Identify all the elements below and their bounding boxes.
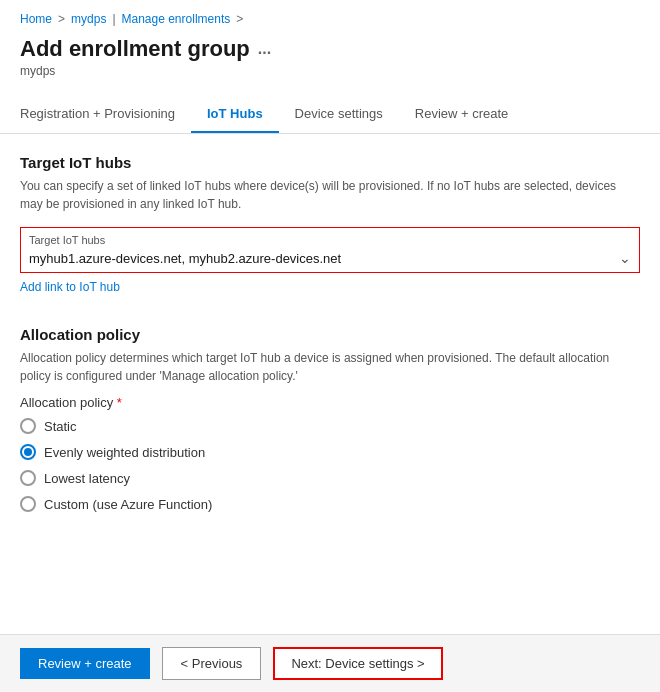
radio-custom[interactable]: Custom (use Azure Function) bbox=[20, 496, 640, 512]
radio-evenly-weighted[interactable]: Evenly weighted distribution bbox=[20, 444, 640, 460]
radio-lowest-latency[interactable]: Lowest latency bbox=[20, 470, 640, 486]
tab-iot-hubs[interactable]: IoT Hubs bbox=[191, 96, 279, 133]
page-title-text: Add enrollment group bbox=[20, 36, 250, 62]
target-iot-hubs-title: Target IoT hubs bbox=[20, 154, 640, 171]
tab-registration[interactable]: Registration + Provisioning bbox=[20, 96, 191, 133]
next-device-settings-button[interactable]: Next: Device settings > bbox=[273, 647, 442, 680]
tab-bar: Registration + Provisioning IoT Hubs Dev… bbox=[0, 96, 660, 134]
previous-button[interactable]: < Previous bbox=[162, 647, 262, 680]
target-iot-hubs-select[interactable]: myhub1.azure-devices.net, myhub2.azure-d… bbox=[29, 250, 631, 266]
footer: Review + create < Previous Next: Device … bbox=[0, 634, 660, 692]
target-iot-hubs-value: myhub1.azure-devices.net, myhub2.azure-d… bbox=[29, 251, 341, 266]
breadcrumb-manage[interactable]: Manage enrollments bbox=[122, 12, 231, 26]
page-subtitle: mydps bbox=[20, 64, 640, 78]
breadcrumb-home[interactable]: Home bbox=[20, 12, 52, 26]
required-marker: * bbox=[117, 395, 122, 410]
allocation-policy-section: Allocation policy Allocation policy dete… bbox=[20, 326, 640, 512]
radio-lowest-latency-circle bbox=[20, 470, 36, 486]
allocation-policy-desc: Allocation policy determines which targe… bbox=[20, 349, 640, 385]
radio-static-circle bbox=[20, 418, 36, 434]
radio-static-label: Static bbox=[44, 419, 77, 434]
radio-custom-circle bbox=[20, 496, 36, 512]
target-iot-hubs-field[interactable]: Target IoT hubs myhub1.azure-devices.net… bbox=[20, 227, 640, 273]
radio-static[interactable]: Static bbox=[20, 418, 640, 434]
chevron-down-icon: ⌄ bbox=[619, 250, 631, 266]
radio-evenly-weighted-circle bbox=[20, 444, 36, 460]
page-header: Add enrollment group ... mydps bbox=[0, 32, 660, 88]
main-content: Target IoT hubs You can specify a set of… bbox=[0, 134, 660, 532]
breadcrumb-sep3: > bbox=[236, 12, 243, 26]
breadcrumb-mydps[interactable]: mydps bbox=[71, 12, 106, 26]
radio-custom-label: Custom (use Azure Function) bbox=[44, 497, 212, 512]
page-title-ellipsis[interactable]: ... bbox=[258, 40, 271, 58]
add-link-iot-hub[interactable]: Add link to IoT hub bbox=[20, 280, 120, 294]
allocation-policy-title: Allocation policy bbox=[20, 326, 640, 343]
breadcrumb: Home > mydps | Manage enrollments > bbox=[0, 0, 660, 32]
breadcrumb-sep1: > bbox=[58, 12, 65, 26]
breadcrumb-sep2: | bbox=[112, 12, 115, 26]
target-iot-hubs-field-label: Target IoT hubs bbox=[29, 234, 631, 246]
tab-review-create[interactable]: Review + create bbox=[399, 96, 525, 133]
radio-evenly-weighted-label: Evenly weighted distribution bbox=[44, 445, 205, 460]
tab-device-settings[interactable]: Device settings bbox=[279, 96, 399, 133]
allocation-policy-radio-group: Static Evenly weighted distribution Lowe… bbox=[20, 418, 640, 512]
target-iot-hubs-desc: You can specify a set of linked IoT hubs… bbox=[20, 177, 640, 213]
radio-lowest-latency-label: Lowest latency bbox=[44, 471, 130, 486]
allocation-policy-label: Allocation policy * bbox=[20, 395, 640, 410]
review-create-button[interactable]: Review + create bbox=[20, 648, 150, 679]
